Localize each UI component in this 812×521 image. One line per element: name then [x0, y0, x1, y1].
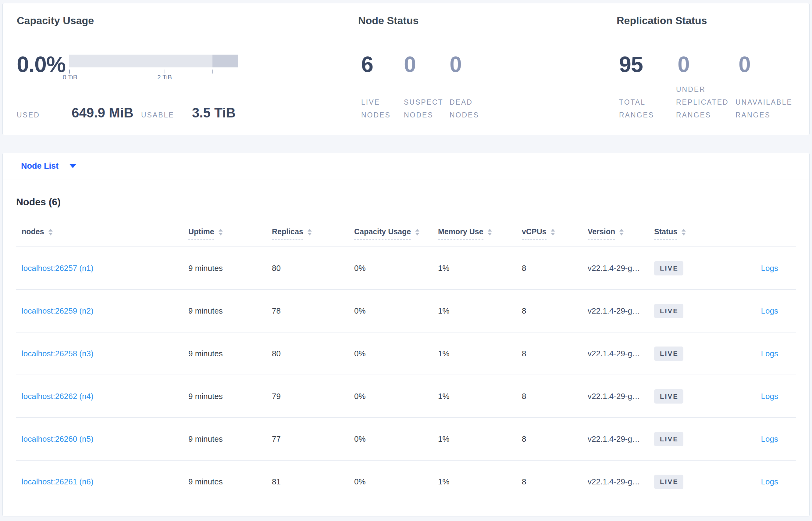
node-list-card: Node List Nodes (6) nodes Uptime Replica… — [2, 153, 810, 516]
capacity-gauge: 0 TiB 2 TiB — [69, 54, 238, 82]
node-link[interactable]: localhost:26259 (n2) — [22, 306, 94, 315]
vcpus-cell: 8 — [522, 434, 588, 444]
under-replicated-ranges-count: 0 — [677, 53, 739, 75]
capacity-cell: 0% — [354, 392, 438, 401]
column-header-memory-use[interactable]: Memory Use — [438, 227, 522, 240]
table-row: localhost:26261 (n6) 9 minutes 81 0% 1% … — [16, 460, 796, 503]
version-cell: v22.1.4-29-g… — [588, 392, 654, 401]
replicas-cell: 80 — [272, 264, 354, 273]
node-link[interactable]: localhost:26262 (n4) — [22, 392, 94, 401]
version-cell: v22.1.4-29-g… — [588, 306, 654, 316]
vcpus-cell: 8 — [522, 306, 588, 316]
replicas-cell: 77 — [272, 434, 354, 444]
chevron-down-icon[interactable] — [70, 164, 76, 168]
total-ranges-count: 95 — [619, 53, 677, 75]
node-status-title: Node Status — [358, 14, 617, 27]
memory-cell: 1% — [438, 434, 522, 444]
capacity-gauge-ticks — [69, 67, 238, 73]
sort-icon[interactable] — [682, 229, 686, 235]
memory-cell: 1% — [438, 349, 522, 358]
version-cell: v22.1.4-29-g… — [588, 264, 654, 273]
logs-link[interactable]: Logs — [761, 477, 778, 486]
capacity-usage-section: Capacity Usage 0.0% 0 TiB 2 TiB — [17, 14, 358, 121]
capacity-cell: 0% — [354, 477, 438, 486]
logs-link[interactable]: Logs — [761, 434, 778, 444]
column-header-version[interactable]: Version — [588, 227, 654, 240]
table-row: localhost:26260 (n5) 9 minutes 77 0% 1% … — [16, 418, 796, 460]
node-link[interactable]: localhost:26257 (n1) — [22, 264, 94, 273]
view-selector-bar: Node List — [3, 153, 809, 179]
used-value: 649.9 MiB — [72, 105, 134, 120]
memory-cell: 1% — [438, 392, 522, 401]
usable-value: 3.5 TiB — [192, 105, 236, 120]
vcpus-cell: 8 — [522, 392, 588, 401]
memory-cell: 1% — [438, 264, 522, 273]
vcpus-cell: 8 — [522, 264, 588, 273]
uptime-cell: 9 minutes — [188, 392, 272, 401]
status-badge: LIVE — [654, 346, 684, 361]
usable-label: USABLE — [141, 109, 174, 121]
view-selector-dropdown[interactable]: Node List — [21, 161, 58, 171]
total-ranges-label: TOTAL RANGES — [617, 96, 676, 121]
node-status-section: Node Status 6 0 0 LIVE NODES SUSPECT NOD… — [358, 14, 617, 121]
capacity-cell: 0% — [354, 434, 438, 444]
column-header-capacity-usage[interactable]: Capacity Usage — [354, 227, 438, 240]
unavailable-ranges-label: UNAVAILABLE RANGES — [736, 96, 795, 121]
sort-icon[interactable] — [488, 229, 492, 235]
status-badge: LIVE — [654, 261, 684, 275]
uptime-cell: 9 minutes — [188, 477, 272, 486]
capacity-used-usable-row: USED 649.9 MiB USABLE 3.5 TiB — [17, 105, 358, 121]
sort-icon[interactable] — [551, 229, 555, 235]
uptime-cell: 9 minutes — [188, 434, 272, 444]
dead-nodes-label: DEAD NODES — [450, 96, 498, 121]
node-link[interactable]: localhost:26261 (n6) — [22, 477, 94, 486]
capacity-cell: 0% — [354, 306, 438, 316]
gauge-tick-label-2: 2 TiB — [157, 73, 172, 81]
capacity-cell: 0% — [354, 264, 438, 273]
column-header-nodes[interactable]: nodes — [16, 227, 188, 240]
gauge-tick-label-0: 0 TiB — [63, 73, 77, 81]
vcpus-cell: 8 — [522, 349, 588, 358]
capacity-cell: 0% — [354, 349, 438, 358]
version-cell: v22.1.4-29-g… — [588, 477, 654, 486]
unavailable-ranges-count: 0 — [739, 53, 809, 75]
logs-link[interactable]: Logs — [761, 264, 778, 273]
nodes-table: nodes Uptime Replicas Capacity Usage Mem… — [16, 220, 796, 516]
replication-status-section: Replication Status 95 0 0 TOTAL RANGES U… — [617, 14, 809, 121]
table-row: localhost:26259 (n2) 9 minutes 78 0% 1% … — [16, 290, 796, 333]
capacity-usage-title: Capacity Usage — [17, 14, 358, 27]
version-cell: v22.1.4-29-g… — [588, 434, 654, 444]
column-header-status[interactable]: Status — [654, 227, 724, 240]
status-badge: LIVE — [654, 304, 684, 318]
used-label: USED — [17, 109, 40, 121]
column-header-vcpus[interactable]: vCPUs — [522, 227, 588, 240]
dead-nodes-count: 0 — [450, 53, 617, 75]
sort-icon[interactable] — [308, 229, 312, 235]
column-header-replicas[interactable]: Replicas — [272, 227, 354, 240]
suspect-nodes-count: 0 — [404, 53, 450, 75]
sort-icon[interactable] — [218, 229, 223, 235]
vcpus-cell: 8 — [522, 477, 588, 486]
node-link[interactable]: localhost:26260 (n5) — [22, 434, 94, 444]
column-header-uptime[interactable]: Uptime — [188, 227, 272, 240]
live-nodes-count: 6 — [361, 53, 404, 75]
memory-cell: 1% — [438, 477, 522, 486]
uptime-cell: 9 minutes — [188, 264, 272, 273]
table-footer-spacer — [16, 503, 796, 516]
node-link[interactable]: localhost:26258 (n3) — [22, 349, 94, 358]
table-row: localhost:26262 (n4) 9 minutes 79 0% 1% … — [16, 375, 796, 418]
logs-link[interactable]: Logs — [761, 349, 778, 358]
memory-cell: 1% — [438, 306, 522, 316]
sort-icon[interactable] — [415, 229, 420, 235]
live-nodes-label: LIVE NODES — [358, 96, 404, 121]
sort-icon[interactable] — [48, 229, 53, 235]
logs-link[interactable]: Logs — [761, 392, 778, 401]
uptime-cell: 9 minutes — [188, 306, 272, 316]
replicas-cell: 78 — [272, 306, 354, 316]
capacity-used-percent: 0.0% — [17, 53, 66, 82]
logs-link[interactable]: Logs — [761, 306, 778, 315]
sort-icon[interactable] — [619, 229, 624, 235]
table-row: localhost:26258 (n3) 9 minutes 80 0% 1% … — [16, 333, 796, 375]
status-badge: LIVE — [654, 389, 684, 404]
under-replicated-ranges-label: UNDER-REPLICATED RANGES — [676, 83, 736, 121]
